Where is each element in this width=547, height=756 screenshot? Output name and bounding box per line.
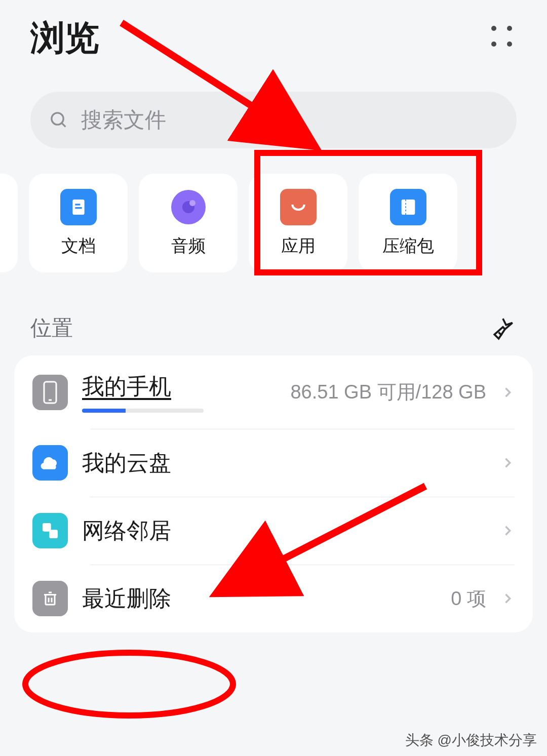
svg-point-22 (25, 653, 233, 715)
svg-point-0 (52, 113, 63, 125)
item-title: 网络邻居 (82, 516, 486, 546)
section-title: 位置 (30, 314, 73, 342)
location-cloud[interactable]: 我的云盘 (14, 429, 533, 497)
category-tile-apps[interactable]: 应用 (249, 174, 347, 272)
zip-icon (390, 189, 426, 225)
item-content: 我的云盘 (82, 448, 486, 478)
category-tile-prev[interactable] (0, 174, 18, 272)
item-title: 我的云盘 (82, 448, 486, 478)
category-row: 文档 音频 应用 压缩包 (0, 164, 547, 283)
locations-list: 我的手机 86.51 GB 可用/128 GB 我的云盘 网络邻居 最近删除 0… (14, 355, 533, 632)
location-network[interactable]: 网络邻居 (14, 497, 533, 565)
header: 浏览 (0, 0, 547, 71)
chevron-right-icon (500, 524, 515, 538)
cloud-icon (32, 445, 68, 481)
svg-rect-15 (46, 595, 55, 605)
item-content: 网络邻居 (82, 516, 486, 546)
category-tile-documents[interactable]: 文档 (29, 174, 128, 272)
item-meta: 0 项 (451, 586, 486, 612)
phone-icon (32, 375, 68, 410)
audio-icon (170, 189, 207, 225)
category-label: 压缩包 (382, 234, 434, 258)
document-icon (60, 189, 97, 225)
chevron-right-icon (500, 591, 515, 606)
search-input[interactable]: 搜索文件 (30, 92, 517, 148)
search-placeholder: 搜索文件 (81, 106, 166, 134)
category-label: 应用 (281, 234, 316, 258)
category-tile-audio[interactable]: 音频 (139, 174, 238, 272)
storage-progress (82, 409, 204, 413)
chevron-right-icon (500, 385, 515, 400)
item-content: 最近删除 (82, 584, 437, 614)
watermark: 头条 @小俊技术分享 (405, 731, 537, 750)
app-icon (280, 189, 317, 225)
category-label: 文档 (61, 234, 96, 258)
svg-rect-13 (43, 523, 51, 532)
item-content: 我的手机 (82, 372, 276, 413)
section-header: 位置 (0, 283, 547, 355)
cleanup-icon[interactable] (491, 315, 517, 341)
item-title: 我的手机 (82, 372, 276, 402)
chevron-right-icon (500, 456, 515, 470)
location-recently-deleted[interactable]: 最近删除 0 项 (14, 565, 533, 632)
svg-point-7 (189, 200, 196, 206)
item-title: 最近删除 (82, 584, 437, 614)
more-menu-icon[interactable] (491, 26, 517, 51)
item-meta: 86.51 GB 可用/128 GB (290, 379, 486, 405)
category-tile-archives[interactable]: 压缩包 (359, 174, 457, 272)
svg-rect-8 (401, 200, 415, 215)
location-my-phone[interactable]: 我的手机 86.51 GB 可用/128 GB (14, 355, 533, 429)
svg-rect-14 (49, 530, 58, 538)
svg-rect-4 (75, 207, 82, 209)
trash-icon (32, 581, 68, 616)
svg-line-10 (499, 332, 502, 335)
svg-line-1 (62, 123, 65, 127)
network-icon (32, 513, 68, 548)
annotation-ellipse (20, 646, 238, 722)
search-icon (49, 110, 69, 130)
category-label: 音频 (171, 234, 206, 258)
page-title: 浏览 (30, 15, 99, 61)
svg-rect-3 (75, 204, 80, 205)
